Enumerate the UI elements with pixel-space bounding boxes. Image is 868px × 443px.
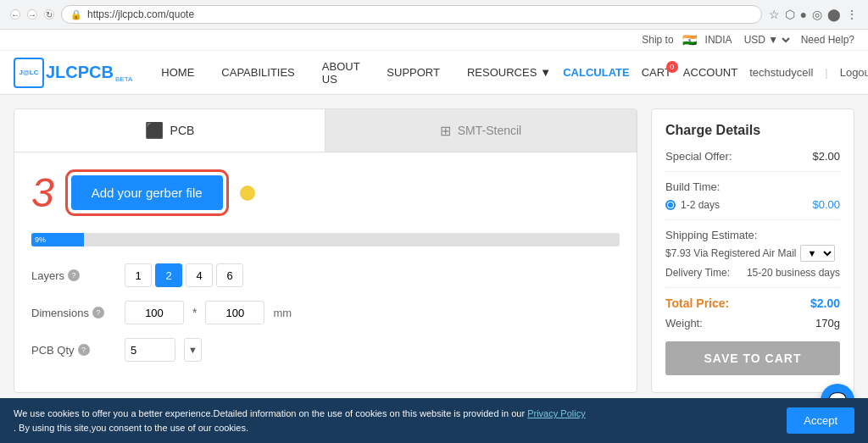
nav-right: CALCULATE CART 0 ACCOUNT techstudycell |… — [563, 66, 868, 79]
tabs: ⬛ PCB ⊞ SMT-Stencil — [14, 109, 637, 152]
right-panel: Charge Details Special Offer: $2.00 Buil… — [651, 108, 854, 393]
need-help-link[interactable]: Need Help? — [801, 34, 854, 46]
weight-label: Weight: — [665, 317, 703, 329]
layers-info-icon[interactable]: ? — [68, 269, 80, 281]
build-time-label: Build Time: — [665, 180, 840, 193]
divider1 — [665, 171, 840, 172]
calculate-btn[interactable]: CALCULATE — [563, 66, 629, 79]
logo-beta: BETA — [115, 75, 132, 83]
dim-separator: * — [192, 306, 197, 319]
dim-x-input[interactable] — [125, 301, 184, 324]
radio-selected[interactable] — [665, 200, 676, 210]
form-area: 3 Add your gerber file 9% Layers ? 1 2 — [14, 152, 637, 392]
special-offer-row: Special Offer: $2.00 — [665, 150, 840, 163]
progress-bar-fill: 9% — [31, 233, 84, 246]
layer-2-btn[interactable]: 2 — [155, 263, 182, 287]
menu-icon[interactable]: ⋮ — [846, 8, 858, 21]
address-bar[interactable]: 🔒 https://jlcpcb.com/quote — [61, 5, 762, 24]
tab-smt[interactable]: ⊞ SMT-Stencil — [326, 109, 637, 152]
layers-row: Layers ? 1 2 4 6 — [31, 263, 620, 287]
layer-options: 1 2 4 6 — [125, 263, 243, 287]
cart-badge: 0 — [666, 61, 678, 73]
dim-y-input[interactable] — [205, 301, 264, 324]
chevron-down-icon: ▼ — [540, 66, 551, 79]
delivery-row: Delivery Time: 15-20 business days — [665, 267, 840, 279]
flag-icon: 🇮🇳 — [682, 33, 697, 47]
refresh-button[interactable]: ↻ — [44, 9, 54, 19]
ext-icon2[interactable]: ● — [800, 8, 807, 21]
logo[interactable]: J@LC JLCPCB BETA — [14, 58, 132, 88]
main-content: ⬛ PCB ⊞ SMT-Stencil 3 Add your gerber fi… — [0, 95, 868, 407]
dimensions-info-icon[interactable]: ? — [92, 307, 104, 318]
logo-text: JLCPCB — [46, 63, 114, 82]
divider2 — [665, 219, 840, 220]
tab-pcb[interactable]: ⬛ PCB — [14, 109, 326, 152]
user-text: techstudycell — [749, 66, 813, 79]
navbar: J@LC JLCPCB BETA HOME CAPABILITIES ABOUT… — [0, 51, 868, 95]
nav-items: HOME CAPABILITIES ABOUT US SUPPORT RESOU… — [149, 51, 563, 95]
smt-tab-icon: ⊞ — [440, 123, 451, 139]
browser-chrome: ← → ↻ 🔒 https://jlcpcb.com/quote ☆ ⬡ ● ◎… — [0, 0, 868, 30]
left-panel: ⬛ PCB ⊞ SMT-Stencil 3 Add your gerber fi… — [14, 108, 637, 393]
shipping-option-text: $7.93 Via Registered Air Mail — [665, 247, 797, 259]
weight-row: Weight: 170g — [665, 317, 840, 329]
charge-title: Charge Details — [665, 123, 840, 138]
nav-support[interactable]: SUPPORT — [375, 51, 452, 95]
logo-icon: J@LC — [14, 58, 44, 88]
forward-button[interactable]: → — [27, 9, 37, 19]
special-offer-label: Special Offer: — [665, 150, 732, 163]
weight-value: 170g — [815, 317, 840, 329]
qty-label: PCB Qty ? — [31, 344, 116, 357]
total-label: Total Price: — [665, 296, 729, 310]
star-icon[interactable]: ☆ — [769, 8, 780, 21]
shipping-select: $7.93 Via Registered Air Mail ▼ — [665, 245, 840, 262]
layer-1-btn[interactable]: 1 — [125, 263, 152, 287]
shipping-dropdown[interactable]: ▼ — [800, 245, 835, 262]
progress-pct-label: 9% — [35, 235, 46, 244]
currency-select[interactable]: USD ▼ INR — [741, 33, 793, 47]
delivery-label: Delivery Time: — [665, 267, 730, 279]
ship-to-label: Ship to — [642, 34, 673, 46]
total-value: $2.00 — [810, 296, 840, 310]
radio-dot — [668, 202, 673, 208]
top-bar: Ship to 🇮🇳 INDIA USD ▼ INR Need Help? — [0, 30, 868, 51]
dim-unit: mm — [273, 307, 292, 319]
cursor-indicator — [240, 186, 255, 201]
layer-6-btn[interactable]: 6 — [216, 263, 243, 287]
cookie-banner: We use cookies to offer you a better exp… — [0, 398, 868, 407]
nav-resources[interactable]: RESOURCES ▼ — [455, 51, 563, 95]
separator: | — [825, 66, 827, 79]
build-time-value: 1-2 days — [681, 199, 720, 211]
browser-icons: ☆ ⬡ ● ◎ ⬤ ⋮ — [769, 8, 858, 21]
dimensions-row: Dimensions ? * mm — [31, 301, 620, 324]
special-offer-value: $2.00 — [812, 150, 840, 163]
nav-home[interactable]: HOME — [149, 51, 206, 95]
account-btn[interactable]: ACCOUNT — [683, 66, 737, 79]
logout-btn[interactable]: Logout — [840, 66, 868, 79]
qty-info-icon[interactable]: ? — [78, 344, 90, 356]
pcb-tab-label: PCB — [170, 124, 195, 137]
nav-capabilities[interactable]: CAPABILITIES — [209, 51, 306, 95]
nav-about[interactable]: ABOUT US — [310, 51, 372, 95]
add-gerber-button[interactable]: Add your gerber file — [71, 175, 223, 210]
build-time-option: 1-2 days $0.00 — [665, 198, 840, 211]
shipping-label: Shipping Estimate: — [665, 229, 840, 241]
layers-label: Layers ? — [31, 269, 116, 282]
url-text: https://jlcpcb.com/quote — [87, 8, 194, 20]
lock-icon: 🔒 — [70, 9, 82, 20]
ext-icon1[interactable]: ⬡ — [785, 8, 795, 21]
country-label: INDIA — [705, 34, 732, 46]
cart-btn[interactable]: CART 0 — [642, 66, 671, 79]
qty-input[interactable] — [125, 338, 175, 362]
layer-4-btn[interactable]: 4 — [186, 263, 213, 287]
qty-dropdown[interactable]: ▼ — [184, 338, 202, 362]
ext-icon3[interactable]: ◎ — [812, 8, 822, 21]
progress-bar-container: 9% — [31, 233, 620, 246]
ext-icon4[interactable]: ⬤ — [827, 8, 841, 21]
pcb-tab-icon: ⬛ — [145, 121, 164, 140]
delivery-value: 15-20 business days — [747, 267, 840, 279]
save-cart-button[interactable]: SAVE TO CART — [665, 341, 840, 375]
build-time-price: $0.00 — [812, 198, 840, 211]
dimensions-label: Dimensions ? — [31, 307, 116, 319]
back-button[interactable]: ← — [10, 9, 20, 19]
